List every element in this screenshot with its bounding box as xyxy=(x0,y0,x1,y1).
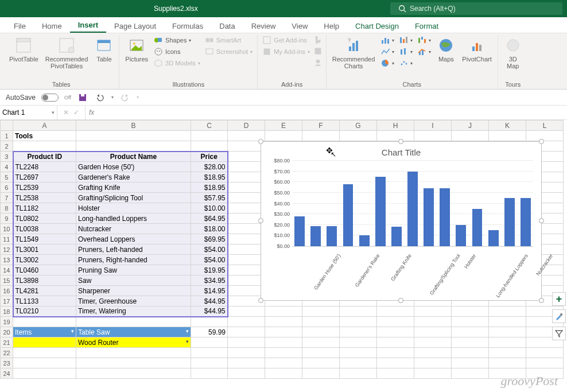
pivotchart-button[interactable]: PivotChart xyxy=(460,35,494,64)
save-button[interactable] xyxy=(77,92,88,103)
resize-handle[interactable] xyxy=(539,139,544,144)
autosave-state: Off xyxy=(64,95,71,100)
icons-button[interactable]: Icons xyxy=(153,46,201,57)
svg-rect-23 xyxy=(352,43,355,51)
formula-input[interactable] xyxy=(98,106,567,119)
waterfall-chart-button[interactable]: ▾ xyxy=(416,35,432,45)
chart-bar[interactable] xyxy=(521,198,531,246)
chart-bar[interactable] xyxy=(407,172,418,246)
get-addins-button[interactable]: Get Add-ins xyxy=(261,35,310,45)
svg-rect-19 xyxy=(264,49,270,55)
resize-handle[interactable] xyxy=(539,218,544,223)
resize-handle[interactable] xyxy=(398,298,403,303)
svg-rect-32 xyxy=(406,37,407,43)
bing-icon[interactable] xyxy=(313,35,323,44)
svg-point-9 xyxy=(133,42,135,45)
svg-rect-28 xyxy=(387,39,389,44)
recommended-charts-button[interactable]: ?Recommended Charts xyxy=(330,35,378,71)
smartart-button[interactable]: SmartArt xyxy=(204,35,254,45)
search-box[interactable]: Search (Alt+Q) xyxy=(390,2,562,15)
chart-bar[interactable] xyxy=(424,188,434,246)
chart-title[interactable]: Chart Title xyxy=(265,148,538,157)
screenshot-button[interactable]: Screenshot▾ xyxy=(204,46,254,57)
chart-bar[interactable] xyxy=(391,227,402,246)
cancel-icon[interactable]: ✕ xyxy=(63,108,69,117)
autosave-label: AutoSave xyxy=(6,94,36,102)
svg-text:?: ? xyxy=(348,37,351,43)
enter-icon[interactable]: ✓ xyxy=(73,108,79,117)
svg-rect-26 xyxy=(382,40,383,44)
resize-handle[interactable] xyxy=(398,139,403,144)
worksheet-grid[interactable]: ABC DEF GHI JKL 1Tools23Product IDProduc… xyxy=(0,120,567,392)
chart-bar[interactable] xyxy=(440,188,450,246)
resize-handle[interactable] xyxy=(258,139,263,144)
maps-button[interactable]: Maps xyxy=(434,35,457,64)
svg-point-36 xyxy=(403,61,405,63)
pictures-button[interactable]: Pictures xyxy=(123,35,150,64)
bar-chart-button[interactable]: ▾ xyxy=(398,35,414,45)
column-chart-button[interactable]: ▾ xyxy=(379,35,395,45)
autosave-toggle[interactable] xyxy=(41,94,59,102)
recommended-pivot-button[interactable]: Recommended PivotTables xyxy=(43,35,91,71)
embedded-chart[interactable]: Chart Title $0.00$10.00$20.00$30.00$40.0… xyxy=(261,141,542,301)
undo-button[interactable] xyxy=(94,92,106,103)
chart-bar[interactable] xyxy=(327,226,337,246)
chart-bar[interactable] xyxy=(359,235,370,246)
tab-data[interactable]: Data xyxy=(211,18,243,33)
tab-format[interactable]: Format xyxy=(407,18,446,33)
svg-rect-22 xyxy=(349,46,351,51)
svg-rect-31 xyxy=(403,39,405,43)
svg-rect-46 xyxy=(479,45,481,51)
hierarchy-chart-button[interactable]: ▾ xyxy=(379,46,395,57)
chart-bar[interactable] xyxy=(310,226,321,246)
shapes-icon xyxy=(154,36,163,45)
tab-view[interactable]: View xyxy=(284,18,316,33)
search-icon xyxy=(398,5,406,13)
name-box[interactable]: Chart 1▾ xyxy=(0,106,57,119)
tab-formulas[interactable]: Formulas xyxy=(164,18,211,33)
tab-chart-design[interactable]: Chart Design xyxy=(347,18,407,33)
combo-chart-button[interactable]: ▾ xyxy=(416,46,432,57)
pie-chart-button[interactable]: ▾ xyxy=(379,58,395,68)
resize-handle[interactable] xyxy=(258,298,263,303)
table-button[interactable]: Table xyxy=(92,35,115,64)
my-addins-button[interactable]: My Add-ins▾ xyxy=(261,46,310,57)
tab-review[interactable]: Review xyxy=(243,18,284,33)
tab-file[interactable]: File xyxy=(6,18,34,33)
svg-rect-11 xyxy=(158,38,162,42)
3d-models-button[interactable]: 3D Models▾ xyxy=(153,58,201,68)
ribbon: PivotTable Recommended PivotTables Table… xyxy=(0,33,567,90)
people-icon[interactable] xyxy=(313,58,323,67)
chart-x-labels: Garden Hose (50')Gardener's RakeGrafting… xyxy=(292,247,533,287)
redo-button[interactable] xyxy=(119,92,131,103)
chart-bar[interactable] xyxy=(456,225,466,246)
ribbon-group-illustrations: Pictures Shapes▾ Icons 3D Models▾ SmartA… xyxy=(119,35,258,89)
tab-help[interactable]: Help xyxy=(316,18,347,33)
fx-label[interactable]: fx xyxy=(86,106,98,119)
chart-filter-button[interactable] xyxy=(552,327,566,340)
3d-map-button[interactable]: 3D Map xyxy=(502,35,525,71)
chart-bar[interactable] xyxy=(343,184,354,246)
chart-bar[interactable] xyxy=(488,230,499,246)
chart-bar[interactable] xyxy=(472,209,483,246)
tab-insert[interactable]: Insert xyxy=(70,17,106,33)
chart-bar[interactable] xyxy=(294,216,305,246)
visio-icon[interactable] xyxy=(313,46,323,56)
tab-page-layout[interactable]: Page Layout xyxy=(106,18,164,33)
chart-bar[interactable] xyxy=(504,198,515,246)
svg-rect-20 xyxy=(315,48,321,54)
shapes-button[interactable]: Shapes▾ xyxy=(153,35,201,45)
scatter-chart-button[interactable]: ▾ xyxy=(398,58,414,68)
tab-home[interactable]: Home xyxy=(34,18,70,33)
svg-point-21 xyxy=(316,60,320,63)
svg-rect-18 xyxy=(263,37,270,44)
column-headers[interactable]: ABC DEF GHI JKL xyxy=(1,121,564,131)
chart-style-button[interactable] xyxy=(552,309,566,323)
chart-plot-area[interactable]: $0.00$10.00$20.00$30.00$40.00$50.00$60.0… xyxy=(292,161,533,247)
chart-bar[interactable] xyxy=(375,177,386,246)
resize-handle[interactable] xyxy=(258,218,263,223)
workbook-title: Supplies2.xlsx xyxy=(154,5,198,13)
chart-add-element-button[interactable]: + xyxy=(552,292,566,306)
pivottable-button[interactable]: PivotTable xyxy=(7,35,41,64)
statistic-chart-button[interactable]: ▾ xyxy=(398,46,414,57)
